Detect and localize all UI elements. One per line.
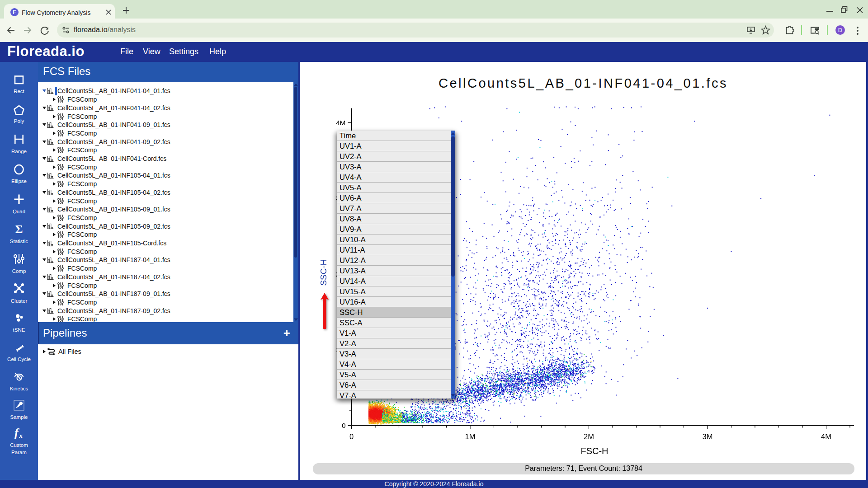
svg-text:0: 0 — [349, 432, 354, 441]
svg-text:Σ: Σ — [15, 223, 23, 236]
svg-text:4M: 4M — [336, 119, 346, 127]
svg-text:3M: 3M — [703, 432, 713, 441]
svg-text:4M: 4M — [821, 432, 831, 441]
svg-text:x: x — [19, 432, 23, 439]
svg-text:2M: 2M — [584, 432, 594, 441]
svg-text:0: 0 — [342, 422, 346, 429]
svg-text:f: f — [14, 426, 19, 439]
svg-text:1M: 1M — [465, 432, 476, 441]
